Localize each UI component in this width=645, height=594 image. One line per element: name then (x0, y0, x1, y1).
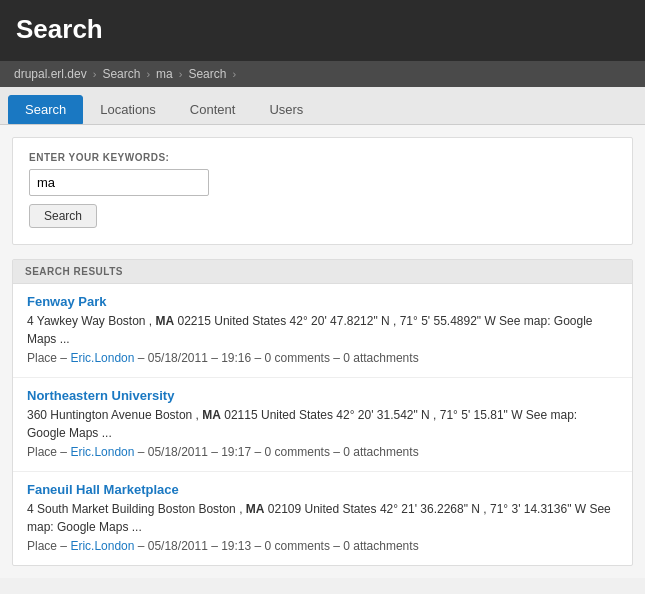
result-author[interactable]: Eric.London (70, 539, 134, 553)
main-content: Enter your keywords: Search Search Resul… (0, 125, 645, 578)
result-time: 19:16 (221, 351, 251, 365)
result-author[interactable]: Eric.London (70, 351, 134, 365)
breadcrumb-sep-2: › (146, 68, 150, 80)
result-meta: Place – Eric.London – 05/18/2011 – 19:16… (27, 351, 618, 365)
result-title[interactable]: Fenway Park (27, 294, 618, 309)
keywords-label: Enter your keywords: (29, 152, 616, 163)
result-address: 360 Huntington Avenue Boston , MA 02115 … (27, 406, 618, 442)
page-title: Search (16, 14, 629, 45)
page-header: Search (0, 0, 645, 61)
search-form: Enter your keywords: Search (12, 137, 633, 245)
result-item: Northeastern University 360 Huntington A… (13, 378, 632, 472)
results-header: Search Results (13, 260, 632, 284)
result-attachments: 0 attachments (343, 351, 418, 365)
result-author[interactable]: Eric.London (70, 445, 134, 459)
result-title[interactable]: Northeastern University (27, 388, 618, 403)
result-state: MA (156, 314, 175, 328)
result-state: MA (246, 502, 265, 516)
breadcrumb-search2[interactable]: Search (188, 67, 226, 81)
result-date: 05/18/2011 (148, 539, 208, 553)
result-type: Place (27, 351, 57, 365)
search-button[interactable]: Search (29, 204, 97, 228)
tab-bar: Search Locations Content Users (0, 87, 645, 125)
result-type: Place (27, 445, 57, 459)
result-meta: Place – Eric.London – 05/18/2011 – 19:13… (27, 539, 618, 553)
keywords-input[interactable] (29, 169, 209, 196)
result-state: MA (202, 408, 221, 422)
tab-users[interactable]: Users (252, 95, 320, 124)
result-meta: Place – Eric.London – 05/18/2011 – 19:17… (27, 445, 618, 459)
result-title[interactable]: Faneuil Hall Marketplace (27, 482, 618, 497)
breadcrumb-sep-4: › (232, 68, 236, 80)
result-comments: 0 comments (265, 351, 330, 365)
breadcrumb: drupal.erl.dev › Search › ma › Search › (0, 61, 645, 87)
breadcrumb-sep-1: › (93, 68, 97, 80)
result-address: 4 Yawkey Way Boston , MA 02215 United St… (27, 312, 618, 348)
breadcrumb-sep-3: › (179, 68, 183, 80)
result-item: Fenway Park 4 Yawkey Way Boston , MA 022… (13, 284, 632, 378)
result-attachments: 0 attachments (343, 539, 418, 553)
result-item: Faneuil Hall Marketplace 4 South Market … (13, 472, 632, 565)
tab-content[interactable]: Content (173, 95, 253, 124)
breadcrumb-home[interactable]: drupal.erl.dev (14, 67, 87, 81)
result-type: Place (27, 539, 57, 553)
results-box: Search Results Fenway Park 4 Yawkey Way … (12, 259, 633, 566)
tab-search[interactable]: Search (8, 95, 83, 124)
result-comments: 0 comments (265, 445, 330, 459)
result-attachments: 0 attachments (343, 445, 418, 459)
breadcrumb-search1[interactable]: Search (102, 67, 140, 81)
tab-locations[interactable]: Locations (83, 95, 173, 124)
result-time: 19:17 (221, 445, 251, 459)
result-address: 4 South Market Building Boston Boston , … (27, 500, 618, 536)
result-time: 19:13 (221, 539, 251, 553)
breadcrumb-ma[interactable]: ma (156, 67, 173, 81)
result-date: 05/18/2011 (148, 351, 208, 365)
result-comments: 0 comments (265, 539, 330, 553)
result-date: 05/18/2011 (148, 445, 208, 459)
